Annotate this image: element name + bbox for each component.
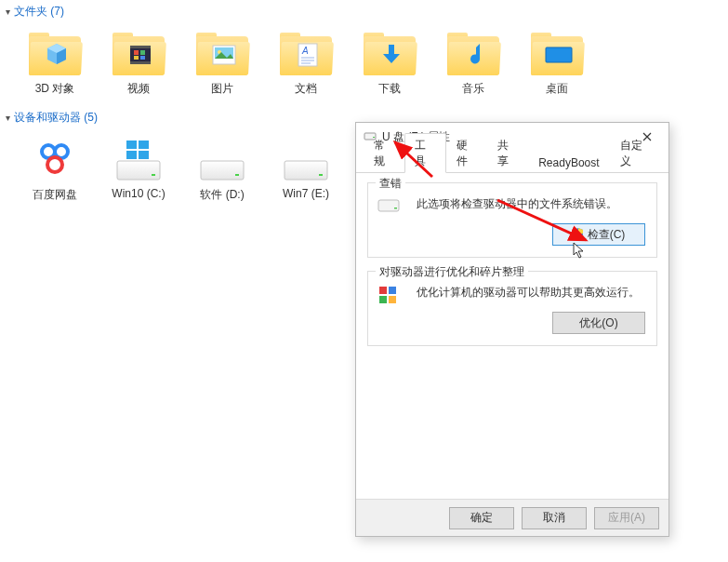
section-title: 文件夹 (7) [14,4,64,20]
tab-工具[interactable]: 工具 [404,133,445,173]
item-label: 软件 (D:) [200,187,244,203]
desktop-icon [544,42,574,68]
drive-icon [29,139,81,181]
shield-icon [573,228,584,242]
drive-icon [377,196,400,217]
item-label: 百度网盘 [33,187,77,203]
drive-item[interactable]: Win10 (C:) [97,133,180,208]
folder-icon: A [280,33,332,75]
svg-rect-37 [389,296,396,303]
svg-rect-29 [319,174,323,176]
item-label: 文档 [295,81,317,97]
folder-icon [29,33,81,75]
properties-dialog: U 盘 (F:) 属性 常规工具硬件共享ReadyBoost自定义 查错 此选项… [355,122,669,537]
svg-rect-3 [134,50,139,55]
svg-rect-27 [235,174,239,176]
folder-item[interactable]: 图片 [180,27,264,102]
svg-rect-15 [546,47,572,62]
group-title: 查错 [376,176,405,192]
button-label: 优化(O) [579,315,617,331]
folder-icon [364,33,416,75]
dialog-footer: 确定 取消 应用(A) [356,499,668,536]
drive-icon [280,139,332,181]
svg-rect-36 [379,296,387,303]
drive-item[interactable]: 软件 (D:) [180,133,264,208]
svg-rect-32 [378,200,399,211]
svg-rect-22 [126,151,137,159]
download-icon [377,42,406,68]
item-label: 桌面 [546,81,568,97]
chevron-down-icon: ▾ [6,7,10,17]
folder-icon [531,33,583,75]
check-button[interactable]: 检查(C) [552,223,645,246]
svg-rect-25 [152,174,155,176]
tab-共享[interactable]: 共享 [487,133,528,172]
button-label: 应用(A) [608,510,645,526]
item-label: 3D 对象 [35,81,75,97]
drive-icon [113,139,165,181]
group-error-checking: 查错 此选项将检查驱动器中的文件系统错误。 检查(C) [367,182,657,258]
folder-icon [113,33,165,75]
svg-rect-34 [379,287,387,294]
svg-rect-28 [285,161,327,180]
item-label: 音乐 [462,81,484,97]
svg-rect-2 [130,61,151,64]
folder-item[interactable]: 视频 [97,27,180,102]
doc-icon: A [293,42,323,68]
svg-rect-23 [139,151,149,159]
drive-icon [196,139,248,181]
tab-body-tools: 查错 此选项将检查驱动器中的文件系统错误。 检查(C) 对驱动器进行优化和碎片整… [356,173,668,499]
button-label: 取消 [543,510,565,526]
item-label: Win7 (E:) [283,187,329,200]
chevron-down-icon: ▾ [6,113,10,123]
svg-rect-24 [117,161,160,180]
tab-自定义[interactable]: 自定义 [610,133,661,172]
folder-item[interactable]: 下载 [348,27,431,102]
button-label: 检查(C) [588,227,626,243]
svg-rect-5 [134,56,139,60]
item-label: 视频 [127,81,150,97]
button-label: 确定 [470,510,493,526]
group-optimize: 对驱动器进行优化和碎片整理 优化计算机的驱动器可以帮助其更高效运行。 优化(O) [367,271,657,346]
section-header-folders[interactable]: ▾ 文件夹 (7) [0,0,728,23]
group-desc: 此选项将检查驱动器中的文件系统错误。 [417,196,645,212]
svg-text:A: A [301,46,309,56]
cube3d-icon [42,42,72,68]
item-label: Win10 (C:) [112,187,165,200]
tab-ReadyBoost[interactable]: ReadyBoost [528,152,609,172]
tab-硬件[interactable]: 硬件 [446,133,487,172]
film-icon [126,42,155,68]
drive-item[interactable]: 百度网盘 [13,133,97,208]
svg-rect-21 [139,140,149,149]
photo-icon [209,42,239,68]
svg-rect-1 [130,46,151,48]
group-desc: 优化计算机的驱动器可以帮助其更高效运行。 [417,285,645,301]
folder-item[interactable]: 音乐 [431,27,515,102]
folder-item[interactable]: 3D 对象 [13,27,97,102]
item-label: 下载 [378,81,401,97]
dialog-tabbar: 常规工具硬件共享ReadyBoost自定义 [356,151,668,173]
defrag-icon [377,285,400,305]
ok-button[interactable]: 确定 [449,507,514,529]
item-label: 图片 [211,81,233,97]
note-icon [460,42,490,68]
folders-row: 3D 对象 视频 图片 A 文档 下载 音乐 桌面 [0,23,728,106]
cancel-button[interactable]: 取消 [522,507,587,529]
section-title: 设备和驱动器 (5) [14,110,98,126]
group-title: 对驱动器进行优化和碎片整理 [376,264,528,280]
svg-rect-26 [201,161,244,180]
svg-rect-35 [389,287,396,294]
apply-button[interactable]: 应用(A) [594,507,659,529]
folder-icon [196,33,248,75]
folder-item[interactable]: 桌面 [515,27,599,102]
svg-rect-6 [140,56,145,60]
optimize-button[interactable]: 优化(O) [552,312,645,334]
folder-icon [447,33,499,75]
svg-rect-20 [126,140,137,149]
drive-item[interactable]: Win7 (E:) [264,133,348,208]
tab-常规[interactable]: 常规 [364,133,404,172]
svg-rect-33 [394,207,397,209]
svg-rect-4 [140,50,145,55]
folder-item[interactable]: A 文档 [264,27,348,102]
svg-point-19 [47,157,62,172]
